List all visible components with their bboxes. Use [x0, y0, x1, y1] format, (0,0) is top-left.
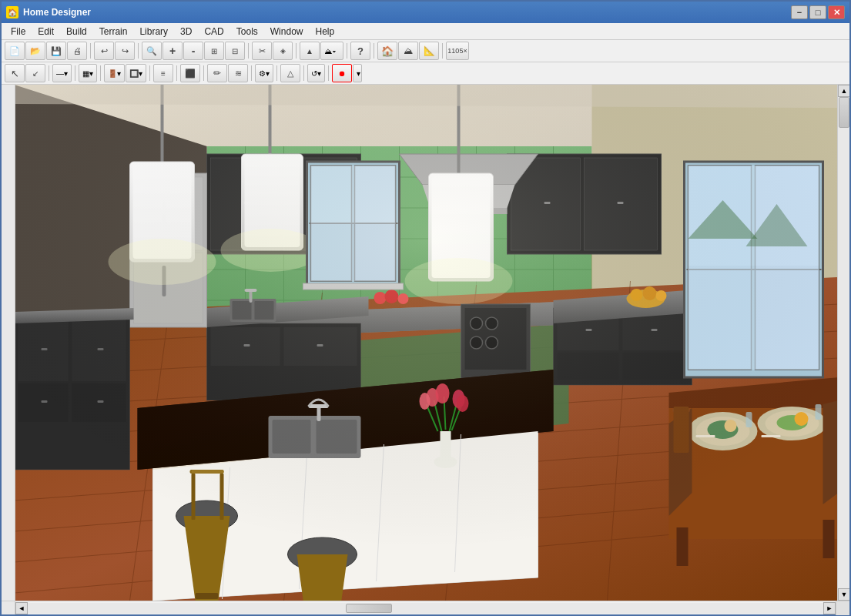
- toolbar-2: ↖ ↙ —▾ ▦▾ 🚪▾ 🔲▾ ≡ ⬛ ✏ ≋ ⚙▾ △ ↺▾ ⏺ ▾: [2, 62, 849, 85]
- sep-6: [374, 43, 374, 59]
- door-dropdown[interactable]: 🚪▾: [104, 64, 125, 82]
- sep-1: [90, 43, 91, 59]
- draw-button[interactable]: ✏: [207, 64, 227, 82]
- scrollbar-corner: [836, 601, 849, 615]
- bottom-bar: ◄ ►: [2, 601, 849, 614]
- sep2-8: [276, 65, 277, 81]
- record-button[interactable]: ⏺: [332, 64, 352, 82]
- help-button[interactable]: ?: [350, 42, 370, 60]
- horizontal-scrollbar[interactable]: ◄ ►: [15, 601, 836, 614]
- menu-3d[interactable]: 3D: [174, 23, 198, 39]
- new-button[interactable]: 📄: [5, 42, 25, 60]
- room-dropdown[interactable]: ▦▾: [79, 64, 97, 82]
- minimize-button[interactable]: −: [791, 5, 808, 19]
- svg-rect-180: [15, 85, 837, 601]
- sep2-3: [100, 65, 101, 81]
- find-button[interactable]: 🔍: [142, 42, 162, 60]
- sep2-10: [328, 65, 329, 81]
- menu-file[interactable]: File: [5, 23, 32, 39]
- undo-button[interactable]: ↩: [94, 42, 114, 60]
- window-title: Home Designer: [23, 7, 791, 18]
- stair-button[interactable]: ≡: [153, 64, 173, 82]
- window-dropdown[interactable]: 🔲▾: [126, 64, 146, 82]
- scroll-left-button[interactable]: ◄: [15, 602, 28, 614]
- menu-tools[interactable]: Tools: [230, 23, 264, 39]
- scroll-right-button[interactable]: ►: [823, 602, 836, 614]
- zoom-fit-button[interactable]: ⊞: [204, 42, 224, 60]
- scroll-thumb-vertical[interactable]: [839, 97, 849, 128]
- title-bar: 🏠 Home Designer − □ ✕: [2, 2, 849, 23]
- select-tool[interactable]: ↖: [5, 64, 25, 82]
- scroll-thumb-horizontal[interactable]: [346, 604, 392, 613]
- menu-edit[interactable]: Edit: [32, 23, 60, 39]
- print-button[interactable]: 🖨: [67, 42, 87, 60]
- polyline-tool[interactable]: ↙: [25, 64, 45, 82]
- menu-terrain[interactable]: Terrain: [93, 23, 134, 39]
- scroll-up-button[interactable]: ▲: [838, 85, 849, 97]
- zoom-out-button[interactable]: -: [183, 42, 203, 60]
- open-button[interactable]: 📂: [25, 42, 45, 60]
- sep2-2: [75, 65, 75, 81]
- sep2-9: [303, 65, 304, 81]
- house-view-button[interactable]: 🏠: [377, 42, 397, 60]
- app-icon: 🏠: [6, 6, 18, 18]
- redo-button[interactable]: ↪: [115, 42, 135, 60]
- settings-dropdown[interactable]: ⚙▾: [255, 64, 273, 82]
- toolbar-1: 📄 📂 💾 🖨 ↩ ↪ 🔍 + - ⊞ ⊟ ✂ ◈ ▲ ⛰▾ ? 🏠 ⛰ 📐 1…: [2, 40, 849, 62]
- canvas-area: ▲ ▼: [2, 85, 849, 601]
- save-button[interactable]: 💾: [46, 42, 66, 60]
- terrain-view-button[interactable]: ⛰: [398, 42, 418, 60]
- close-button[interactable]: ✕: [828, 5, 845, 19]
- maximize-button[interactable]: □: [809, 5, 826, 19]
- window-controls: − □ ✕: [791, 5, 845, 19]
- main-viewport[interactable]: [15, 85, 837, 601]
- scroll-track-vertical[interactable]: [838, 97, 849, 588]
- wall-dropdown[interactable]: —▾: [52, 64, 72, 82]
- 3d-scene[interactable]: [15, 85, 837, 601]
- corner-bottom-left: [2, 601, 15, 614]
- sep2-4: [149, 65, 150, 81]
- elevation-dropdown[interactable]: ⛰▾: [320, 42, 343, 60]
- menu-build[interactable]: Build: [60, 23, 93, 39]
- scroll-down-button[interactable]: ▼: [838, 588, 849, 601]
- menu-library[interactable]: Library: [133, 23, 174, 39]
- sep2-1: [49, 65, 49, 81]
- sep2-6: [203, 65, 204, 81]
- kitchen-scene-svg: [15, 85, 837, 601]
- left-ruler: [2, 85, 15, 601]
- menu-window[interactable]: Window: [264, 23, 310, 39]
- sep-3: [248, 43, 249, 59]
- vertical-scrollbar[interactable]: ▲ ▼: [837, 85, 849, 601]
- ref-button[interactable]: ◈: [273, 42, 293, 60]
- move-tool[interactable]: △: [280, 64, 300, 82]
- sep-2: [138, 43, 139, 59]
- sep2-7: [251, 65, 252, 81]
- scroll-track-horizontal[interactable]: [28, 603, 823, 614]
- zoom-all-button[interactable]: ⊟: [225, 42, 245, 60]
- menu-bar: File Edit Build Terrain Library 3D CAD T…: [2, 23, 849, 40]
- object-button[interactable]: ⬛: [180, 64, 200, 82]
- material-button[interactable]: ≋: [228, 64, 248, 82]
- main-window: 🏠 Home Designer − □ ✕ File Edit Build Te…: [0, 0, 851, 616]
- sep-7: [442, 43, 443, 59]
- sep2-5: [176, 65, 177, 81]
- zoom-in-button[interactable]: +: [162, 42, 183, 60]
- plan-view-button[interactable]: 📐: [419, 42, 439, 60]
- menu-help[interactable]: Help: [309, 23, 340, 39]
- max-restore-btn[interactable]: 1105×: [446, 42, 469, 60]
- sep-5: [347, 43, 347, 59]
- arrow-btn[interactable]: ▲: [300, 42, 320, 60]
- cut-button[interactable]: ✂: [252, 42, 272, 60]
- menu-cad[interactable]: CAD: [198, 23, 230, 39]
- sep-4: [296, 43, 297, 59]
- transform-dropdown[interactable]: ↺▾: [307, 64, 325, 82]
- record-dropdown[interactable]: ▾: [353, 64, 362, 82]
